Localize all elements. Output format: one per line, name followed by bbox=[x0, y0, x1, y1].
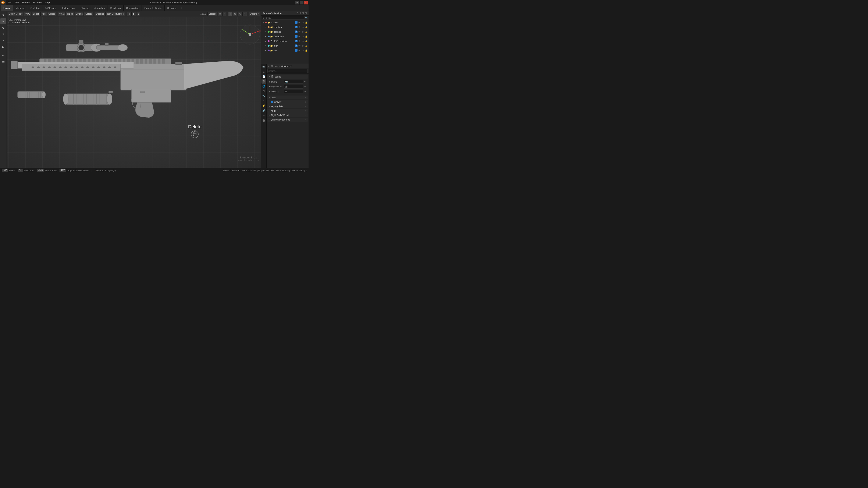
tree-item-jpg-preview[interactable]: ▸ 🖼 JPG preview ✓ 👁 ⊙ 🔒 bbox=[261, 39, 309, 43]
ps-modifier-icon[interactable]: 🔧 bbox=[261, 94, 266, 98]
high-eye-icon[interactable]: 👁 bbox=[298, 44, 301, 47]
jpg-checkbox[interactable]: ✓ bbox=[295, 40, 298, 42]
cutters-lock-icon[interactable]: 🔒 bbox=[305, 21, 308, 24]
gravity-checkbox[interactable]: ✓ bbox=[271, 101, 273, 103]
tree-item-backup[interactable]: ▸ 📁 backup ✓ 👁 ⊙ 🔒 bbox=[261, 29, 309, 34]
ps-particles-icon[interactable]: ✦ bbox=[261, 98, 266, 103]
units-section-header[interactable]: ▸ Units ≡ bbox=[268, 96, 308, 99]
low-eye-icon[interactable]: 👁 bbox=[298, 49, 301, 52]
cutters-eye-icon[interactable]: 👁 bbox=[298, 21, 301, 24]
move-axis-button[interactable]: ⊕ bbox=[0, 25, 6, 31]
tab-modeling[interactable]: Modeling bbox=[13, 5, 28, 11]
measure-tool-button[interactable]: ▭ bbox=[0, 59, 6, 65]
maximize-button[interactable]: □ bbox=[300, 1, 304, 4]
tab-animation[interactable]: Animation bbox=[92, 5, 107, 11]
cutters-viewport-icon[interactable]: ⊙ bbox=[301, 21, 304, 24]
snap-button[interactable]: ⊙ bbox=[218, 12, 222, 16]
active-clip-link-icon[interactable]: ✎ bbox=[304, 90, 306, 93]
add-menu[interactable]: Add bbox=[40, 12, 47, 16]
move-tool-button[interactable]: ↖ bbox=[0, 18, 6, 24]
new-collection-icon[interactable]: ⊞ bbox=[300, 12, 301, 14]
active-clip-value[interactable]: 🎞 bbox=[284, 90, 303, 93]
view-menu[interactable]: View bbox=[24, 12, 31, 16]
info-button[interactable]: ℹ bbox=[137, 12, 140, 16]
filter-icon[interactable]: ☰ bbox=[297, 12, 299, 14]
rotate-tool-button[interactable]: ⟲ bbox=[0, 31, 6, 37]
background-sc-value[interactable]: 🎬 bbox=[284, 85, 303, 89]
ps-scene-icon[interactable]: 🎬 bbox=[261, 79, 266, 84]
jpg-viewport-icon[interactable]: ⊙ bbox=[301, 40, 304, 42]
high-checkbox[interactable]: ✓ bbox=[295, 44, 298, 47]
object-menu[interactable]: Object bbox=[47, 12, 56, 16]
camera-prop-value[interactable]: 📷 bbox=[284, 80, 303, 84]
breadcrumb-scene-label[interactable]: Scene bbox=[271, 65, 278, 67]
audio-section-header[interactable]: ▸ Audio ≡ bbox=[268, 109, 308, 113]
object-mode-dropdown[interactable]: Object Mode ▾ bbox=[8, 12, 24, 16]
ps-material-icon[interactable]: ⬤ bbox=[261, 118, 266, 123]
jpg-lock-icon[interactable]: 🔒 bbox=[305, 40, 308, 42]
add-workspace-button[interactable]: + bbox=[179, 6, 184, 10]
outliner-filter-icon[interactable]: 🔍 bbox=[305, 17, 308, 19]
cursor-tool-button[interactable]: ✥ bbox=[0, 12, 6, 18]
select-menu[interactable]: Select bbox=[32, 12, 40, 16]
menu-window[interactable]: Window bbox=[32, 0, 43, 5]
tree-item-high[interactable]: ▸ 📁 high ✓ 👁 ⊙ 🔒 bbox=[261, 43, 309, 48]
minimize-button[interactable]: ─ bbox=[296, 1, 299, 4]
camera-link-icon[interactable]: ✎ bbox=[304, 80, 306, 83]
ps-object-icon[interactable]: ⊞ bbox=[261, 89, 266, 93]
outliner-search[interactable] bbox=[262, 16, 305, 20]
custom-props-header[interactable]: ▸ Custom Properties ≡ bbox=[268, 118, 308, 122]
ps-render-icon[interactable]: 📷 bbox=[261, 64, 266, 69]
empties-eye-icon[interactable]: 👁 bbox=[298, 26, 301, 29]
settings-icon-btn[interactable]: ⚙ bbox=[127, 12, 132, 16]
gravity-section-header[interactable]: ▸ ✓ Gravity ≡ bbox=[268, 100, 308, 104]
empties-checkbox[interactable]: ✓ bbox=[295, 26, 298, 28]
viewport-3d[interactable]: X Y Z User Perspective (1) Scene Collect… bbox=[0, 17, 261, 168]
viewport-shading-material[interactable]: ◉ bbox=[233, 12, 237, 16]
background-sc-link-icon[interactable]: ✎ bbox=[304, 85, 306, 88]
ps-viewlayer-icon[interactable]: 📄 bbox=[261, 74, 266, 79]
scale-tool-button[interactable]: ⤡ bbox=[0, 37, 6, 43]
default-modifier[interactable]: Default bbox=[74, 12, 84, 16]
keying-sets-header[interactable]: ▸ Keying Sets ≡ bbox=[268, 104, 308, 108]
tab-texture-paint[interactable]: Texture Paint bbox=[59, 5, 78, 11]
box-modifier[interactable]: □ Box bbox=[66, 12, 74, 16]
sort-icon[interactable]: ⇅ bbox=[302, 12, 304, 14]
tab-layout[interactable]: Layout bbox=[1, 5, 13, 11]
low-viewport-icon[interactable]: ⊙ bbox=[301, 49, 304, 52]
low-lock-icon[interactable]: 🔒 bbox=[305, 49, 308, 52]
tab-shading[interactable]: Shading bbox=[78, 5, 92, 11]
annotate-tool-button[interactable]: ✏ bbox=[0, 52, 6, 58]
tree-item-empties[interactable]: ▾ 📁 empties ✓ 👁 ⊙ 🔒 bbox=[261, 25, 309, 29]
ps-constraints-icon[interactable]: 🔗 bbox=[261, 108, 266, 113]
high-lock-icon[interactable]: 🔒 bbox=[305, 44, 308, 47]
transform-tool-button[interactable]: ⊞ bbox=[0, 44, 6, 50]
backup-checkbox[interactable]: ✓ bbox=[295, 31, 298, 33]
nondestructive-modifier[interactable]: Non-Destructive ▾ bbox=[106, 12, 125, 16]
backup-lock-icon[interactable]: 🔒 bbox=[305, 30, 308, 33]
empties-lock-icon[interactable]: 🔒 bbox=[305, 26, 308, 29]
jpg-eye-icon[interactable]: 👁 bbox=[298, 40, 301, 42]
object-modifier[interactable]: Object bbox=[84, 12, 93, 16]
collection-eye-icon[interactable]: 👁 bbox=[298, 35, 301, 38]
collection-lock-icon[interactable]: 🔒 bbox=[305, 35, 308, 38]
disabled-modifier[interactable]: Disabled bbox=[95, 12, 105, 16]
ps-physics-icon[interactable]: ⚡ bbox=[261, 103, 266, 108]
expand-icon[interactable]: ⊞ bbox=[305, 12, 307, 14]
ps-output-icon[interactable]: 🖨 bbox=[261, 69, 266, 74]
menu-help[interactable]: Help bbox=[43, 0, 52, 5]
cut-modifier[interactable]: ✂ Cut bbox=[58, 12, 66, 16]
collection-viewport-icon[interactable]: ⊙ bbox=[301, 35, 304, 38]
properties-search-input[interactable] bbox=[268, 69, 308, 73]
ps-world-icon[interactable]: 🌐 bbox=[261, 84, 266, 89]
collection-checkbox[interactable]: ✓ bbox=[295, 35, 298, 38]
tab-rendering[interactable]: Rendering bbox=[107, 5, 124, 11]
tab-uv-editing[interactable]: UV Editing bbox=[43, 5, 59, 11]
options-button[interactable]: Options ▾ bbox=[249, 12, 260, 16]
rigid-body-header[interactable]: ▸ Rigid Body World ≡ bbox=[268, 113, 308, 117]
tree-item-cutters[interactable]: ▾ 📁 Cutters ✓ 👁 ⊙ 🔒 bbox=[261, 20, 309, 25]
low-checkbox[interactable]: ✓ bbox=[295, 49, 298, 52]
close-button[interactable]: ✕ bbox=[304, 1, 308, 4]
play-button[interactable]: ▶ bbox=[132, 12, 136, 16]
scene-section-header[interactable]: ▾ 🎬 Scene bbox=[268, 74, 308, 78]
